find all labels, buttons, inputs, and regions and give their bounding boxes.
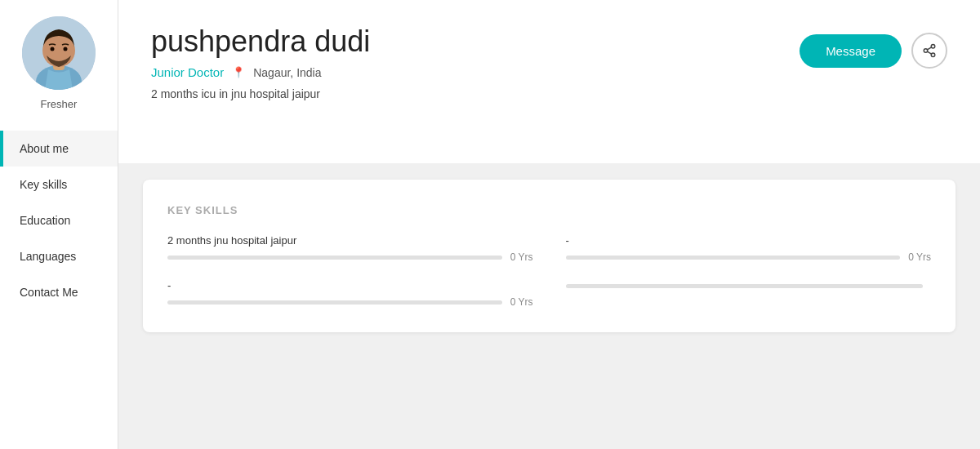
- skill-bar-row-2: 0 Yrs: [566, 251, 932, 263]
- share-button[interactable]: [911, 33, 947, 69]
- sidebar-item-about-me[interactable]: About me: [0, 131, 118, 167]
- nav-menu: About me Key skills Education Languages …: [0, 131, 118, 310]
- location-icon: 📍: [232, 66, 245, 78]
- skill-bar-bg-1: [167, 256, 502, 260]
- skill-item-1: 2 months jnu hospital jaipur 0 Yrs: [167, 234, 533, 263]
- svg-point-4: [51, 47, 55, 51]
- profile-actions: Message: [800, 33, 947, 69]
- profile-description: 2 months icu in jnu hospital jaipur: [151, 87, 800, 100]
- skills-heading: KEY SKILLS: [167, 204, 931, 216]
- sidebar: Fresher About me Key skills Education La…: [0, 0, 118, 449]
- svg-line-10: [927, 47, 931, 50]
- skill-name-3: -: [167, 279, 533, 291]
- skill-years-2: 0 Yrs: [908, 251, 931, 263]
- skill-bar-row-3: 0 Yrs: [167, 296, 533, 308]
- svg-point-5: [64, 47, 68, 51]
- skill-item-4: [566, 279, 932, 308]
- skill-name-2: -: [566, 234, 932, 247]
- fresher-label: Fresher: [41, 98, 78, 110]
- svg-line-9: [927, 51, 931, 54]
- skill-years-3: 0 Yrs: [510, 296, 533, 308]
- skill-bar-row-4: [566, 284, 932, 288]
- sidebar-item-languages[interactable]: Languages: [0, 238, 118, 274]
- profile-location: Nagaur, India: [253, 66, 321, 79]
- profile-header: pushpendra dudi Junior Doctor 📍 Nagaur, …: [118, 0, 980, 163]
- skill-bar-bg-2: [566, 256, 901, 260]
- skills-grid: 2 months jnu hospital jaipur 0 Yrs - 0 Y…: [167, 234, 931, 308]
- sidebar-item-key-skills[interactable]: Key skills: [0, 167, 118, 202]
- skill-name-1: 2 months jnu hospital jaipur: [167, 234, 533, 247]
- message-button[interactable]: Message: [800, 34, 902, 68]
- skill-bar-row-1: 0 Yrs: [167, 251, 533, 263]
- profile-title: Junior Doctor: [151, 65, 224, 79]
- skill-bar-bg-3: [167, 300, 502, 305]
- profile-title-row: Junior Doctor 📍 Nagaur, India: [151, 65, 800, 79]
- profile-info: pushpendra dudi Junior Doctor 📍 Nagaur, …: [151, 24, 800, 100]
- avatar: [22, 16, 96, 90]
- main-content: pushpendra dudi Junior Doctor 📍 Nagaur, …: [118, 0, 980, 449]
- share-icon: [922, 43, 937, 58]
- skill-bar-bg-4: [566, 284, 924, 288]
- sidebar-item-education[interactable]: Education: [0, 202, 118, 238]
- skill-item-2: - 0 Yrs: [566, 234, 932, 263]
- skill-years-1: 0 Yrs: [510, 251, 533, 263]
- skills-section: KEY SKILLS 2 months jnu hospital jaipur …: [143, 180, 956, 332]
- sidebar-item-contact-me[interactable]: Contact Me: [0, 274, 118, 310]
- profile-name: pushpendra dudi: [151, 24, 800, 59]
- skill-item-3: - 0 Yrs: [167, 279, 533, 308]
